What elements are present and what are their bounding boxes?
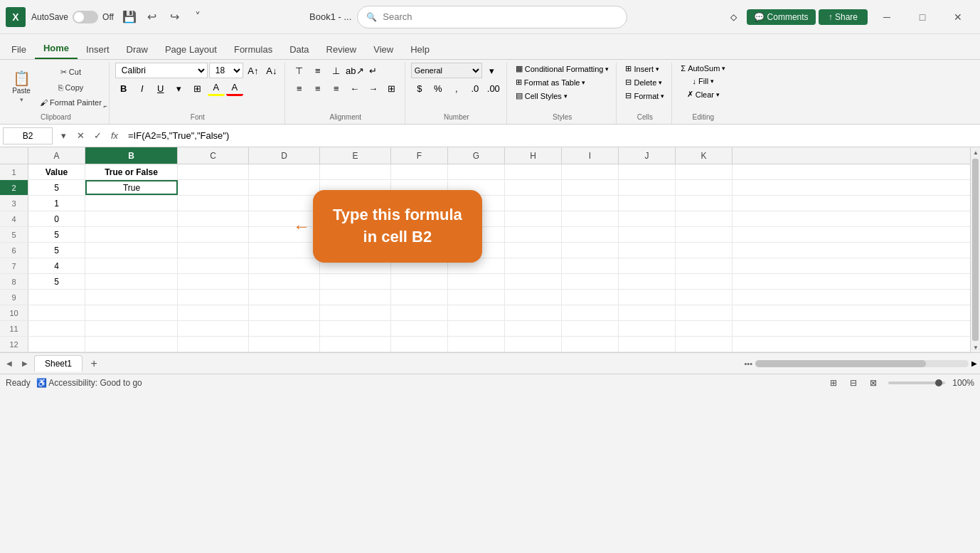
list-item[interactable] — [391, 337, 448, 352]
list-item[interactable]: True or False — [85, 164, 178, 179]
list-item[interactable] — [249, 211, 320, 226]
list-item[interactable] — [391, 321, 448, 336]
list-item[interactable] — [619, 290, 676, 305]
list-item[interactable] — [676, 337, 733, 352]
list-item[interactable] — [178, 337, 249, 352]
list-item[interactable] — [562, 321, 619, 336]
formula-input[interactable] — [125, 127, 977, 144]
comma-button[interactable]: , — [448, 80, 465, 96]
tab-draw[interactable]: Draw — [118, 40, 156, 59]
wrap-text-button[interactable]: ↵ — [365, 63, 382, 78]
row-number[interactable]: 1 — [0, 164, 28, 179]
list-item[interactable]: 5 — [28, 227, 85, 242]
list-item[interactable] — [178, 196, 249, 211]
list-item[interactable] — [249, 180, 320, 195]
list-item[interactable] — [249, 290, 320, 305]
list-item[interactable] — [320, 305, 391, 320]
maximize-button[interactable]: □ — [906, 6, 939, 28]
insert-button[interactable]: ⊞ Insert ▾ — [622, 63, 662, 75]
list-item[interactable] — [448, 180, 505, 195]
list-item[interactable] — [562, 290, 619, 305]
sheet-nav-right[interactable]: ▶ — [18, 357, 31, 370]
list-item[interactable] — [619, 258, 676, 273]
list-item[interactable] — [448, 305, 505, 320]
col-header-h[interactable]: H — [505, 147, 562, 164]
list-item[interactable] — [505, 211, 562, 226]
list-item[interactable] — [178, 227, 249, 242]
list-item[interactable] — [178, 305, 249, 320]
list-item[interactable] — [320, 258, 391, 273]
list-item[interactable] — [178, 290, 249, 305]
row-number[interactable]: 7 — [0, 258, 28, 273]
list-item[interactable] — [562, 196, 619, 211]
list-item[interactable] — [562, 337, 619, 352]
list-item[interactable] — [505, 180, 562, 195]
list-item[interactable] — [619, 243, 676, 258]
list-item[interactable] — [391, 258, 448, 273]
list-item[interactable] — [85, 305, 178, 320]
col-header-g[interactable]: G — [448, 147, 505, 164]
vertical-scrollbar[interactable]: ▲ ▼ — [970, 147, 980, 352]
row-number[interactable]: 9 — [0, 290, 28, 305]
list-item[interactable]: 0 — [28, 211, 85, 226]
list-item[interactable] — [249, 196, 320, 211]
list-item[interactable] — [320, 321, 391, 336]
list-item[interactable] — [676, 290, 733, 305]
fill-button[interactable]: ↓ Fill ▾ — [690, 75, 718, 87]
minimize-button[interactable]: ─ — [870, 6, 903, 28]
row-number[interactable]: 8 — [0, 274, 28, 289]
row-number[interactable]: 5 — [0, 227, 28, 242]
more-sheets-icon[interactable]: ••• — [744, 359, 752, 368]
list-item[interactable] — [320, 227, 391, 242]
tab-help[interactable]: Help — [402, 40, 438, 59]
insert-dropdown[interactable]: ▾ — [656, 65, 659, 73]
list-item[interactable] — [676, 258, 733, 273]
list-item[interactable] — [249, 227, 320, 242]
list-item[interactable] — [448, 164, 505, 179]
row-number[interactable]: 3 — [0, 196, 28, 211]
list-item[interactable] — [178, 274, 249, 289]
cs-dropdown[interactable]: ▾ — [564, 93, 568, 100]
list-item[interactable] — [249, 258, 320, 273]
tab-insert[interactable]: Insert — [78, 40, 118, 59]
clear-dropdown[interactable]: ▾ — [716, 91, 720, 98]
list-item[interactable] — [676, 180, 733, 195]
decrease-decimal-button[interactable]: .0 — [467, 80, 484, 96]
conditional-formatting-button[interactable]: ▦ Conditional Formatting ▾ — [513, 63, 612, 75]
list-item[interactable] — [676, 274, 733, 289]
copy-button[interactable]: ⎘ Copy — [37, 80, 105, 95]
list-item[interactable] — [619, 211, 676, 226]
cut-button[interactable]: ✂ Cut — [37, 65, 105, 80]
list-item[interactable] — [562, 243, 619, 258]
list-item[interactable] — [619, 305, 676, 320]
col-header-b[interactable]: B — [85, 147, 178, 164]
list-item[interactable] — [391, 196, 448, 211]
borders-button[interactable]: ⊞ — [189, 80, 206, 96]
tab-home[interactable]: Home — [35, 38, 78, 59]
comments-button[interactable]: 💬 Comments — [747, 9, 816, 25]
list-item[interactable] — [676, 227, 733, 242]
list-item[interactable] — [178, 211, 249, 226]
col-header-e[interactable]: E — [320, 147, 391, 164]
list-item[interactable] — [505, 321, 562, 336]
list-item[interactable] — [178, 180, 249, 195]
merge-button[interactable]: ⊞ — [383, 80, 400, 96]
underline-button[interactable]: U — [152, 80, 169, 96]
scroll-thumb[interactable] — [972, 159, 979, 341]
paste-button[interactable]: 📋 Paste ▾ — [7, 68, 36, 107]
share-button[interactable]: ↑ Share — [819, 9, 868, 25]
row-number[interactable]: 6 — [0, 243, 28, 258]
bold-button[interactable]: B — [115, 80, 132, 96]
list-item[interactable] — [505, 243, 562, 258]
list-item[interactable] — [562, 305, 619, 320]
list-item[interactable]: True — [85, 180, 178, 195]
list-item[interactable] — [391, 180, 448, 195]
scroll-up-button[interactable]: ▲ — [971, 147, 980, 157]
col-header-f[interactable]: F — [391, 147, 448, 164]
list-item[interactable] — [249, 274, 320, 289]
list-item[interactable] — [320, 243, 391, 258]
close-button[interactable]: ✕ — [942, 6, 974, 28]
list-item[interactable] — [562, 258, 619, 273]
redo-icon[interactable]: ↪ — [165, 7, 185, 27]
list-item[interactable]: Value — [28, 164, 85, 179]
